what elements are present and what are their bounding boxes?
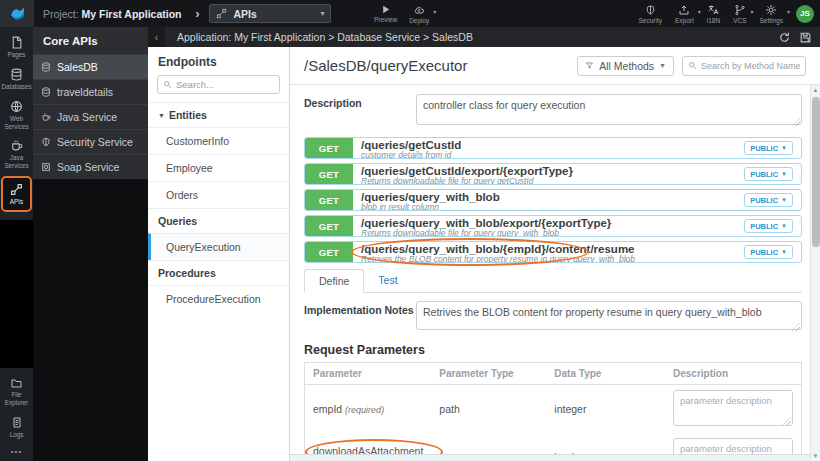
group-label: Procedures [158,267,216,279]
gear-icon [765,4,777,16]
core-api-item-traveldetails[interactable]: traveldetails [33,79,148,104]
module-dropdown-value: APIs [233,8,320,20]
rail-label: Logs [10,431,24,439]
i18n-button[interactable]: i18N [707,4,720,24]
endpoint-row-highlighted[interactable]: GET /queries/query_with_blob/{empId}/con… [304,241,802,263]
chevron-down-icon: ▾ [320,9,324,18]
sidebar-item-file-explorer[interactable]: File Explorer [0,372,33,411]
endpoint-item-queryexecution[interactable]: QueryExecution [148,233,289,260]
group-label: Queries [158,215,197,227]
chevron-down-icon: ▼ [781,197,787,203]
sidebar-item-apis[interactable]: APIs [1,176,32,212]
scroll-up-icon[interactable]: ▲ [811,85,820,95]
user-avatar[interactable]: JS [796,5,814,23]
endpoint-item-orders[interactable]: Orders [148,181,289,208]
more-icon[interactable]: ••• [0,443,33,458]
detail-tabs: Define Test [304,269,802,293]
endpoint-description: customer details from id [361,151,736,158]
core-api-item-java-service[interactable]: Java Service [33,104,148,129]
deploy-button[interactable]: ▾ Deploy [409,4,429,24]
main-header: /SalesDB/queryExecutor All Methods ▼ [290,47,820,85]
settings-button[interactable]: ▾ Settings [760,4,784,24]
access-dropdown[interactable]: PUBLIC▼ [744,167,793,181]
security-button[interactable]: Security [638,4,661,24]
vertical-scrollbar[interactable]: ▲ ▼ [810,85,820,461]
methods-filter-dropdown[interactable]: All Methods ▼ [577,56,674,76]
access-value: PUBLIC [750,222,778,231]
endpoints-group-queries[interactable]: Queries [148,208,289,233]
sidebar-item-java-services[interactable]: Java Services [0,134,33,174]
security-label: Security [638,17,661,24]
endpoints-group-entities[interactable]: ▼ Entities [148,102,289,127]
sidebar-item-pages[interactable]: Pages [0,31,33,63]
method-search-input[interactable] [701,61,800,71]
core-api-item-soap-service[interactable]: Soap Service [33,154,148,179]
topbar-right-actions: Security ▾ Export i18N ▾ VCS ▾ Settings [638,0,814,27]
api-node-icon [10,183,23,196]
endpoint-row[interactable]: GET /queries/query_with_blob/export/{exp… [304,215,802,237]
vcs-button[interactable]: ▾ VCS [733,4,746,24]
core-apis-list: Core APIs SalesDB traveldetails Java Ser… [33,27,148,179]
param-description-textarea[interactable] [673,390,793,426]
core-api-item-salesdb[interactable]: SalesDB [33,54,148,79]
left-icon-rail: Pages Databases Web Services Java Servic… [0,27,33,461]
description-textarea[interactable]: controller class for query execution [416,94,802,125]
rail-bottom-group: File Explorer Logs ••• [0,368,33,461]
access-value: PUBLIC [750,196,778,205]
rail-top-group: Pages Databases Web Services Java Servic… [0,27,33,220]
access-dropdown[interactable]: PUBLIC▼ [744,245,793,259]
sidebar-item-databases[interactable]: Databases [0,63,33,95]
page-title: /SalesDB/queryExecutor [304,57,467,74]
settings-label: Settings [760,17,784,24]
sidebar-item-logs[interactable]: Logs [0,411,33,443]
topbar-center-actions: Preview ▾ Deploy [374,0,429,27]
access-dropdown[interactable]: PUBLIC▼ [744,219,793,233]
tab-define[interactable]: Define [304,269,364,293]
refresh-icon[interactable] [778,31,791,44]
header-controls: All Methods ▼ [577,56,806,76]
core-api-item-security-service[interactable]: Security Service [33,129,148,154]
endpoints-search-input[interactable] [176,79,274,90]
wavemaker-logo[interactable] [0,0,34,27]
collapse-panel-button[interactable]: ‹ [148,27,165,47]
module-dropdown[interactable]: APIs ▾ [209,4,331,23]
breadcrumb-chevron-icon: › [195,7,199,21]
endpoint-description: Returns downloadable file for query getC… [361,177,736,184]
export-button[interactable]: ▾ Export [675,4,694,24]
endpoint-item-customerinfo[interactable]: CustomerInfo [148,127,289,154]
access-dropdown[interactable]: PUBLIC▼ [744,141,793,155]
endpoint-row[interactable]: GET /queries/getCustId/export/{exportTyp… [304,163,802,185]
param-name-cell: empId (required) [313,403,384,415]
param-data-type: boolean [546,433,665,454]
endpoint-item-procedureexecution[interactable]: ProcedureExecution [148,285,289,312]
folder-icon [10,377,23,389]
preview-button[interactable]: Preview [374,4,397,23]
save-icon[interactable] [799,31,812,44]
endpoints-search[interactable] [157,75,280,94]
database-icon [41,62,51,72]
method-search[interactable] [682,56,806,76]
soap-icon [41,162,51,172]
search-icon [163,80,172,89]
filter-icon [585,61,594,70]
sidebar-item-web-services[interactable]: Web Services [0,95,33,135]
access-dropdown[interactable]: PUBLIC▼ [744,193,793,207]
method-badge: GET [305,164,353,184]
endpoint-row[interactable]: GET /queries/getCustId customer details … [304,137,802,159]
scrollbar-thumb[interactable] [812,97,820,247]
rail-label: APIs [10,198,23,206]
endpoint-row[interactable]: GET /queries/query_with_blob blob in res… [304,189,802,211]
table-row: empId (required) path integer [305,385,802,434]
main-panel: /SalesDB/queryExecutor All Methods ▼ Des… [290,47,820,461]
param-description-textarea[interactable] [673,438,793,454]
scroll-down-icon[interactable]: ▼ [811,451,820,461]
methods-filter-value: All Methods [599,60,654,72]
implementation-notes-label: Implementation Notes [304,301,416,334]
endpoints-group-procedures[interactable]: Procedures [148,260,289,285]
endpoint-item-employee[interactable]: Employee [148,154,289,181]
implementation-notes-textarea[interactable]: Retrives the BLOB content for property r… [416,301,802,330]
database-icon [41,87,51,97]
tab-test[interactable]: Test [364,269,411,292]
col-description: Description [665,363,802,385]
rail-label: File Explorer [0,391,33,407]
